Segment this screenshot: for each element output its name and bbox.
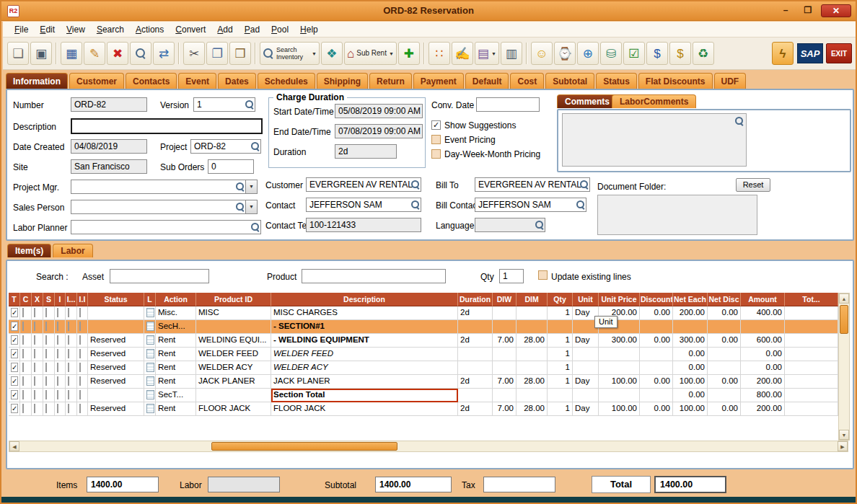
- row-checkbox[interactable]: [22, 363, 24, 372]
- cut-button[interactable]: ✂: [183, 42, 205, 65]
- row-checkbox[interactable]: [22, 349, 24, 358]
- tab-labor[interactable]: Labor: [53, 244, 92, 257]
- column-header-diw[interactable]: DIW: [493, 293, 517, 306]
- row-checkbox[interactable]: [45, 363, 47, 372]
- row-checkbox[interactable]: [22, 404, 24, 413]
- tab-subtotal[interactable]: Subtotal: [545, 73, 594, 89]
- row-checkbox[interactable]: [57, 376, 58, 386]
- end-date-field[interactable]: 07/08/2019 09:00 AM: [335, 124, 423, 138]
- row-checkbox[interactable]: [79, 376, 81, 386]
- horizontal-scroll-thumb[interactable]: [211, 442, 397, 451]
- row-checkbox[interactable]: [34, 335, 35, 345]
- row-checkbox[interactable]: [34, 404, 35, 413]
- column-header-description[interactable]: Description: [271, 293, 458, 306]
- column-header-product-id[interactable]: Product ID: [196, 293, 271, 306]
- tab-schedules[interactable]: Schedules: [258, 73, 315, 89]
- row-checkbox[interactable]: [79, 390, 81, 399]
- column-header-tot-[interactable]: Tot...: [785, 293, 838, 306]
- row-checkbox[interactable]: [11, 322, 18, 331]
- row-checkbox[interactable]: [79, 404, 81, 413]
- column-header-status[interactable]: Status: [88, 293, 144, 306]
- comments-memo[interactable]: [562, 113, 747, 167]
- search-icon[interactable]: [245, 100, 254, 109]
- sync-button[interactable]: ♻: [693, 42, 714, 65]
- tab-payment[interactable]: Payment: [413, 73, 464, 89]
- shapes-button[interactable]: ❖: [321, 42, 343, 65]
- row-checkbox[interactable]: [11, 335, 18, 345]
- project-field[interactable]: ORD-82: [190, 139, 261, 154]
- menu-add[interactable]: Add: [211, 23, 238, 36]
- tab-labor-comments[interactable]: LaborComments: [612, 94, 696, 108]
- save-button[interactable]: ▦: [61, 42, 82, 65]
- product-input[interactable]: [302, 269, 446, 283]
- row-checkbox[interactable]: [45, 335, 47, 345]
- column-header-s[interactable]: S: [43, 293, 55, 306]
- smiley-button[interactable]: ☺: [531, 42, 553, 65]
- quick-actions-button[interactable]: ϟ: [772, 42, 794, 65]
- table-row[interactable]: ReservedRentWELDER ACYWELDER ACY10.000.0…: [9, 361, 838, 375]
- contact-tel-field[interactable]: 100-121433: [306, 218, 421, 232]
- row-checkbox[interactable]: [45, 322, 47, 331]
- delete-button[interactable]: ✖: [107, 42, 128, 65]
- row-checkbox[interactable]: [11, 308, 18, 317]
- status-circles-button[interactable]: ∷: [428, 42, 450, 65]
- update-existing-lines-checkbox[interactable]: [538, 270, 548, 280]
- layers-button[interactable]: ▤▼: [475, 42, 499, 65]
- tab-udf[interactable]: UDF: [714, 73, 747, 89]
- language-field[interactable]: [475, 218, 545, 232]
- menu-actions[interactable]: Actions: [130, 23, 170, 36]
- export-button[interactable]: ⇄: [153, 42, 175, 65]
- tab-information[interactable]: Information: [6, 73, 68, 89]
- labor-planner-field[interactable]: [71, 220, 261, 234]
- column-header-qty[interactable]: Qty: [548, 293, 573, 306]
- row-checkbox[interactable]: [57, 308, 58, 317]
- row-checkbox[interactable]: [79, 349, 81, 358]
- table-row[interactable]: SecH...- SECTION#1: [9, 320, 838, 334]
- money-button[interactable]: $: [669, 42, 691, 65]
- column-header-net-each[interactable]: Net Each: [673, 293, 708, 306]
- row-checkbox[interactable]: [45, 308, 47, 317]
- row-checkbox[interactable]: [57, 363, 58, 372]
- table-row[interactable]: ReservedRentFLOOR JACKFLOOR JACK2d7.0028…: [9, 402, 838, 416]
- tab-contacts[interactable]: Contacts: [126, 73, 177, 89]
- vertical-scrollbar[interactable]: ▲ ▼: [838, 293, 850, 441]
- vertical-scroll-thumb[interactable]: [840, 305, 848, 334]
- qty-input[interactable]: 1: [499, 269, 524, 283]
- tab-customer[interactable]: Customer: [69, 73, 124, 89]
- tab-comments[interactable]: Comments: [557, 94, 618, 108]
- row-checkbox[interactable]: [57, 322, 58, 331]
- menu-view[interactable]: View: [61, 23, 91, 36]
- contact-field[interactable]: JEFFERSON SAM: [306, 198, 421, 212]
- number-field[interactable]: ORD-82: [71, 97, 147, 112]
- find-button[interactable]: [130, 42, 151, 65]
- row-checkbox[interactable]: [34, 308, 35, 317]
- column-header-net-disc[interactable]: Net Disc: [708, 293, 741, 306]
- search-icon[interactable]: [576, 200, 585, 209]
- exit-button[interactable]: EXIT: [826, 43, 852, 63]
- column-header-unit[interactable]: Unit: [573, 293, 599, 306]
- date-created-field[interactable]: 04/08/2019: [71, 139, 147, 154]
- asset-input[interactable]: [110, 269, 209, 283]
- customer-field[interactable]: EVERGREEN AV RENTAL: [306, 177, 421, 192]
- row-checkbox[interactable]: [34, 390, 35, 399]
- row-checkbox[interactable]: [57, 335, 58, 345]
- scroll-down-arrow[interactable]: ▼: [839, 430, 849, 440]
- search-icon[interactable]: [579, 180, 589, 189]
- scroll-right-arrow[interactable]: ▶: [838, 441, 848, 451]
- column-header-amount[interactable]: Amount: [741, 293, 785, 306]
- row-checkbox[interactable]: [22, 308, 24, 317]
- menu-help[interactable]: Help: [294, 23, 324, 36]
- row-checkbox[interactable]: [22, 390, 24, 399]
- row-checkbox[interactable]: [68, 376, 69, 386]
- search-icon[interactable]: [410, 200, 420, 209]
- column-header-dim[interactable]: DIM: [517, 293, 548, 306]
- menu-edit[interactable]: Edit: [34, 23, 61, 36]
- row-checkbox[interactable]: [68, 308, 69, 317]
- print-button[interactable]: ▣: [30, 42, 52, 65]
- column-header-unit-price[interactable]: Unit Price: [599, 293, 640, 306]
- horizontal-scrollbar[interactable]: ◀ ▶: [9, 441, 848, 452]
- menu-convert[interactable]: Convert: [170, 23, 211, 36]
- currency-button[interactable]: $: [646, 42, 668, 65]
- tab-dates[interactable]: Dates: [218, 73, 256, 89]
- search-icon[interactable]: [250, 141, 260, 151]
